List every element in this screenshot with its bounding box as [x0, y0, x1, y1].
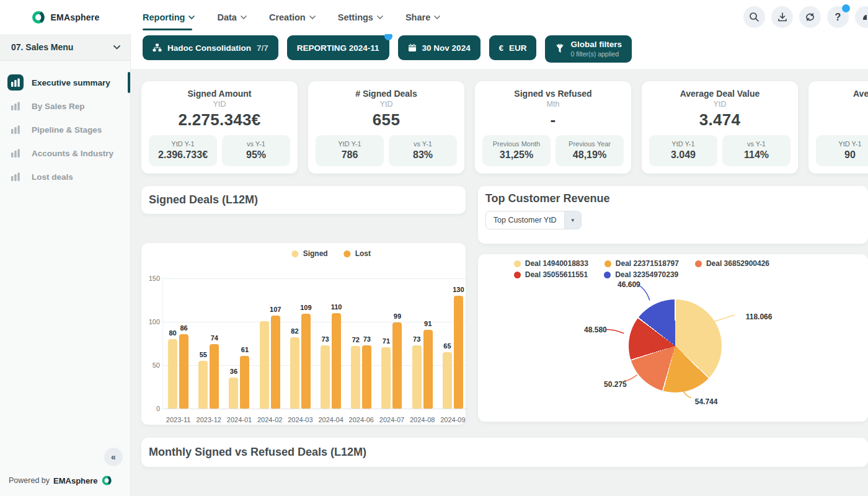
download-icon: [777, 12, 787, 22]
legend-label: Deal 14940018833: [525, 259, 588, 268]
bar-value-label: 99: [394, 312, 401, 320]
nav-item-reporting[interactable]: Reporting: [143, 10, 195, 25]
kpi-title: Avera: [816, 89, 868, 99]
currency-button[interactable]: € EUR: [489, 35, 537, 60]
legend-item-deal[interactable]: Deal 14940018833: [514, 259, 588, 268]
nav-item-creation[interactable]: Creation: [269, 10, 316, 25]
help-icon-button[interactable]: ?: [827, 6, 849, 28]
powered-by: Powered by EMAsphere: [9, 475, 113, 486]
kpi-card-1: Signed AmountYtD2.275.343€YtD Y-12.396.7…: [141, 81, 298, 174]
bar-group-2024-03: 82109: [285, 278, 316, 409]
kpi-subvalue: 90: [818, 149, 868, 161]
bar-signed[interactable]: 71: [381, 347, 391, 409]
nav-item-data[interactable]: Data: [217, 10, 246, 25]
bar-signed[interactable]: 36: [229, 378, 238, 409]
kpi-card-2: # Signed DealsYtD655YtD Y-1786vs Y-183%: [308, 81, 464, 174]
bar-signed[interactable]: 73: [321, 345, 330, 409]
sidebar-item-accounts-industry[interactable]: Accounts & Industry: [0, 141, 130, 165]
legend-dot-icon: [514, 260, 521, 267]
date-filter-button[interactable]: 30 Nov 2024: [398, 35, 480, 60]
bar-value-label: 91: [424, 320, 432, 327]
bar-lost[interactable]: 130: [454, 296, 463, 409]
kpi-subbox: YtD Y-12.396.733€: [149, 135, 217, 166]
kpi-subvalue: 95%: [224, 149, 288, 161]
bar-value-label: 80: [169, 329, 176, 337]
bar-group-2023-11: 8086: [163, 278, 193, 409]
reporting-period-button[interactable]: REPORTING 2024-11: [287, 35, 389, 60]
sidebar-menu-selector[interactable]: 07. Sales Menu: [0, 34, 130, 61]
sidebar-menu-items: Executive summaryBy Sales RepPipeline & …: [0, 61, 130, 188]
top-customer-selector[interactable]: Top Customer YtD ▼: [485, 211, 582, 229]
bar-lost[interactable]: 73: [362, 345, 371, 409]
search-icon-button[interactable]: [743, 6, 765, 28]
kpi-subbox: YtD Y-190: [816, 135, 868, 166]
bar-signed[interactable]: 72: [351, 346, 360, 409]
bar-chart-legend: SignedLost: [292, 249, 371, 258]
chevron-down-icon: [434, 16, 440, 19]
x-axis-label: 2023-12: [193, 416, 224, 423]
bar-lost[interactable]: 91: [423, 330, 433, 409]
bar-signed[interactable]: 73: [412, 345, 422, 409]
bar-group-2024-04: 73110: [316, 278, 346, 409]
calendar-icon: [408, 43, 417, 52]
bar-signed[interactable]: 65: [443, 352, 452, 409]
kpi-subvalue: 2.396.733€: [151, 149, 215, 161]
sidebar-item-by-sales-rep[interactable]: By Sales Rep: [0, 94, 130, 118]
bar-lost[interactable]: 74: [210, 344, 219, 409]
x-axis-label: 2024-04: [316, 416, 346, 423]
download-icon-button[interactable]: [771, 6, 793, 28]
emasphere-logo-icon: [102, 475, 113, 486]
sidebar-item-label: Accounts & Industry: [32, 149, 113, 158]
bar-value-label: 82: [291, 327, 298, 335]
nav-item-settings[interactable]: Settings: [338, 10, 383, 25]
nav-item-label: Creation: [269, 12, 306, 22]
bar-signed[interactable]: 82: [290, 337, 299, 409]
sidebar-item-executive-summary[interactable]: Executive summary: [0, 71, 130, 94]
bar-chart-icon: [7, 74, 24, 91]
bar-signed[interactable]: [260, 321, 269, 409]
kpi-period: YtD: [316, 100, 457, 109]
kpi-period: Mth: [482, 100, 624, 109]
sync-icon-button[interactable]: [799, 6, 821, 28]
bar-lost[interactable]: 110: [332, 313, 341, 409]
top-customer-panel: Top Customer Revenue Top Customer YtD ▼ …: [478, 186, 868, 425]
sidebar-item-label: Lost deals: [32, 172, 73, 182]
consolidation-filter-button[interactable]: Hadoc Consolidation 7/7: [143, 35, 278, 60]
legend-item-deal[interactable]: Deal 22371518797: [604, 259, 679, 268]
topbar-icons: ?: [743, 6, 862, 28]
global-filters-button[interactable]: Global filters 0 filter(s) applied: [545, 35, 632, 63]
legend-item-deal[interactable]: Deal 36852900426: [695, 259, 769, 268]
bar-lost[interactable]: 99: [392, 322, 402, 409]
x-axis-label: 2024-01: [224, 416, 254, 423]
legend-item-lost[interactable]: Lost: [344, 249, 371, 258]
sidebar-collapse-button[interactable]: «: [104, 448, 123, 466]
bar-lost[interactable]: 61: [240, 356, 249, 409]
bar-value-label: 36: [230, 368, 237, 375]
y-axis-tick: 100: [143, 318, 160, 326]
brand-logo-area[interactable]: EMAsphere: [0, 0, 131, 34]
x-axis-label: 2024-07: [376, 416, 407, 423]
bar-value-label: 110: [331, 303, 342, 311]
y-axis-tick: 150: [143, 275, 160, 282]
legend-item-deal[interactable]: Deal 35055611551: [514, 270, 588, 279]
kpi-subbox: vs Y-1114%: [722, 135, 790, 166]
pie-graphic[interactable]: [629, 299, 722, 392]
bar-chart-icon: [11, 149, 20, 158]
nav-item-share[interactable]: Share: [405, 10, 440, 25]
sidebar-item-lost-deals[interactable]: Lost deals: [0, 165, 130, 188]
bar-signed[interactable]: 55: [198, 361, 208, 409]
legend-item-signed[interactable]: Signed: [292, 249, 328, 258]
legend-item-deal[interactable]: Deal 32354970239: [604, 270, 678, 279]
kpi-subbox: YtD Y-1786: [316, 135, 384, 166]
kpi-subbox: YtD Y-13.049: [649, 135, 717, 166]
bar-signed[interactable]: 80: [168, 339, 177, 409]
bar-lost[interactable]: 107: [271, 316, 280, 409]
bar-lost[interactable]: 86: [179, 334, 188, 409]
bar-group-2024-07: 7199: [376, 278, 407, 409]
kpi-subbox: Previous Year48,19%: [556, 135, 624, 166]
help-icon: ?: [835, 12, 841, 23]
bar-lost[interactable]: 109: [301, 314, 311, 409]
partial-icon-button[interactable]: [855, 6, 868, 28]
sidebar-item-pipeline-stages[interactable]: Pipeline & Stages: [0, 118, 130, 141]
kpi-subrow: YtD Y-12.396.733€vs Y-195%: [149, 135, 290, 166]
